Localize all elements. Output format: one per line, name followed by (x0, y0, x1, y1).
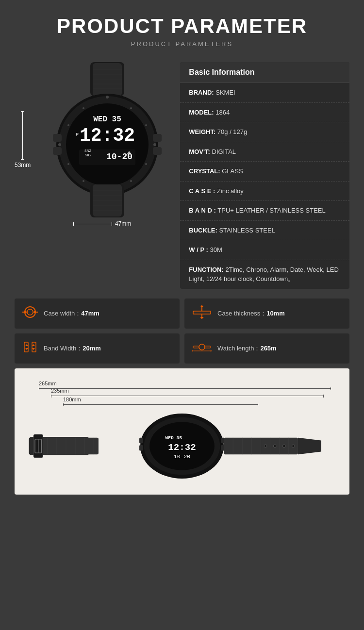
svg-marker-51 (200, 317, 204, 319)
case-width-icon (22, 305, 38, 322)
svg-rect-23 (53, 147, 62, 155)
info-row-function: FUNCTION: 2Time, Chrono, Alarm, Date, We… (180, 260, 349, 289)
info-panel-title: Basic Information (180, 62, 349, 83)
info-row-model: MODEL: 1864 (180, 103, 349, 123)
svg-marker-62 (192, 349, 193, 352)
svg-marker-56 (32, 344, 35, 346)
svg-point-9 (106, 96, 109, 99)
band-width-text: Band Width：20mm (44, 344, 101, 353)
info-row-buckle: BUCKLE: STAINLESS STEEL (180, 221, 349, 241)
svg-point-18 (145, 124, 147, 126)
weight-value: 70g / 127g (217, 128, 247, 135)
svg-rect-47 (193, 311, 211, 314)
crystal-value: GLASS (222, 167, 243, 175)
svg-text:WED 35: WED 35 (165, 435, 182, 440)
svg-point-12 (153, 143, 156, 146)
info-panel: Basic Information BRAND: SKMEI MODEL: 18… (180, 62, 349, 289)
weight-label: WEIGHT: (189, 128, 217, 135)
header-section: PRODUCT PARAMETER PRODUCT PARAMETERS (0, 0, 364, 52)
crystal-label: CRYSTAL: (189, 167, 222, 175)
svg-rect-59 (193, 346, 199, 348)
info-row-band: B A N D : TPU+ LEATHER / STAINLESS STEEL (180, 201, 349, 221)
svg-point-95 (282, 445, 285, 448)
svg-point-19 (67, 163, 69, 165)
dim-235mm: 235mm (51, 388, 69, 394)
svg-point-96 (292, 445, 295, 448)
svg-marker-45 (25, 311, 27, 314)
spec-card-case-thickness: Case thickness：10mm (184, 298, 349, 329)
brand-value: SKMEI (215, 89, 235, 96)
svg-rect-1 (93, 63, 122, 96)
case-value: Zinc alloy (217, 187, 244, 195)
case-label: C A S E : (189, 187, 217, 195)
band-width-value: 20mm (83, 345, 101, 352)
spec-card-case-width: Case width：47mm (15, 298, 180, 329)
svg-rect-53 (32, 342, 36, 352)
info-row-wp: W / P : 30M (180, 240, 349, 260)
svg-point-13 (83, 107, 84, 109)
svg-marker-63 (211, 349, 212, 352)
band-label: B A N D : (189, 207, 217, 214)
buckle-label: BUCKLE: (189, 227, 219, 234)
case-width-value: 47mm (81, 310, 99, 317)
svg-text:SIG: SIG (85, 153, 91, 157)
svg-point-11 (58, 143, 61, 146)
buckle-value: STAINLESS STEEL (219, 227, 275, 234)
svg-rect-60 (205, 346, 211, 348)
info-row-movt: MOV'T: DIGITAL (180, 142, 349, 162)
info-row-brand: BRAND: SKMEI (180, 83, 349, 103)
svg-text:SNZ: SNZ (84, 149, 92, 152)
svg-text:12:32: 12:32 (80, 125, 135, 146)
spec-card-band-width: Band Width：20mm (15, 333, 180, 364)
svg-marker-54 (25, 344, 28, 346)
dimension-47mm: 47mm (115, 220, 131, 227)
svg-rect-22 (53, 134, 62, 142)
svg-marker-46 (33, 311, 35, 314)
dim-180mm: 180mm (63, 397, 81, 402)
model-value: 1864 (215, 109, 230, 116)
svg-text:P: P (76, 132, 79, 137)
svg-text:WED 35: WED 35 (94, 115, 122, 124)
movt-label: MOV'T: (189, 148, 212, 155)
watch-length-value: 265m (260, 345, 276, 352)
spec-card-watch-length: Watch length：265m (184, 333, 349, 364)
dim-265mm: 265mm (39, 381, 57, 386)
info-row-crystal: CRYSTAL: GLASS (180, 162, 349, 182)
movt-value: DIGITAL (212, 148, 236, 155)
case-thickness-text: Case thickness：10mm (217, 309, 285, 318)
svg-marker-55 (25, 348, 28, 350)
wp-value: 30M (210, 246, 222, 253)
svg-rect-25 (153, 147, 162, 155)
svg-point-42 (27, 309, 33, 315)
svg-text:10-20: 10-20 (174, 453, 191, 459)
specs-grid: Case width：47mm Case thickness：10mm (0, 298, 364, 364)
svg-marker-50 (200, 305, 204, 307)
watch-area: 53mm (15, 62, 170, 227)
case-thickness-value: 10mm (266, 310, 285, 317)
svg-rect-58 (199, 344, 205, 350)
watch-image: WED 35 12:32 P SNZ SIG 10-20 (44, 62, 170, 217)
svg-rect-81 (139, 437, 143, 443)
dimension-53mm: 53mm (15, 162, 31, 168)
svg-point-94 (273, 445, 276, 448)
band-value: TPU+ LEATHER / STAINLESS STEEL (217, 207, 325, 214)
bottom-watch-flat: WED 35 12:32 10-20 (24, 407, 340, 485)
case-thickness-icon (192, 305, 212, 322)
svg-point-93 (264, 445, 267, 448)
band-width-icon (22, 340, 38, 357)
page-subtitle: PRODUCT PARAMETERS (10, 40, 354, 48)
main-content: 53mm (0, 52, 364, 298)
svg-rect-24 (153, 134, 162, 142)
svg-point-14 (130, 107, 132, 109)
svg-point-17 (67, 124, 69, 126)
svg-text:12:32: 12:32 (168, 442, 196, 452)
info-row-weight: WEIGHT: 70g / 127g (180, 122, 349, 142)
model-label: MODEL: (189, 109, 215, 116)
svg-rect-68 (43, 437, 99, 454)
svg-rect-52 (24, 342, 28, 352)
page-title: PRODUCT PARAMETER (10, 15, 354, 38)
wp-label: W / P : (189, 246, 210, 253)
svg-point-20 (145, 163, 147, 165)
function-label: FUNCTION: (189, 266, 225, 273)
svg-rect-82 (139, 445, 143, 450)
